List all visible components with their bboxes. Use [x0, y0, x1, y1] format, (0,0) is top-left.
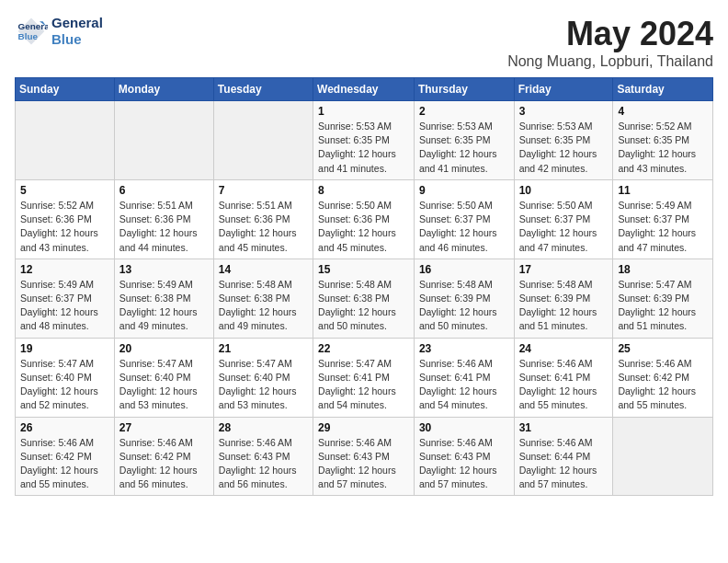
- day-info: Sunrise: 5:50 AM Sunset: 6:37 PM Dayligh…: [519, 199, 609, 255]
- calendar-cell: 17Sunrise: 5:48 AM Sunset: 6:39 PM Dayli…: [514, 259, 613, 338]
- day-info: Sunrise: 5:49 AM Sunset: 6:38 PM Dayligh…: [119, 278, 209, 334]
- day-number: 28: [219, 421, 308, 434]
- day-number: 25: [618, 342, 708, 355]
- calendar-cell: 13Sunrise: 5:49 AM Sunset: 6:38 PM Dayli…: [114, 259, 213, 338]
- logo-text-line1: General: [51, 15, 103, 31]
- day-header-saturday: Saturday: [613, 78, 713, 101]
- calendar-cell: 24Sunrise: 5:46 AM Sunset: 6:41 PM Dayli…: [514, 338, 613, 417]
- day-number: 3: [519, 105, 609, 118]
- title-block: May 2024 Nong Muang, Lopburi, Thailand: [507, 15, 713, 70]
- calendar-week-4: 19Sunrise: 5:47 AM Sunset: 6:40 PM Dayli…: [16, 338, 713, 417]
- day-info: Sunrise: 5:47 AM Sunset: 6:40 PM Dayligh…: [219, 357, 308, 413]
- day-header-sunday: Sunday: [16, 78, 115, 101]
- day-number: 8: [318, 184, 409, 197]
- day-number: 22: [318, 342, 409, 355]
- day-info: Sunrise: 5:48 AM Sunset: 6:38 PM Dayligh…: [318, 278, 409, 334]
- calendar-cell: 21Sunrise: 5:47 AM Sunset: 6:40 PM Dayli…: [213, 338, 313, 417]
- day-number: 23: [419, 342, 509, 355]
- day-info: Sunrise: 5:49 AM Sunset: 6:37 PM Dayligh…: [618, 199, 708, 255]
- calendar-cell: 14Sunrise: 5:48 AM Sunset: 6:38 PM Dayli…: [213, 259, 313, 338]
- day-info: Sunrise: 5:52 AM Sunset: 6:35 PM Dayligh…: [618, 120, 708, 176]
- day-number: 2: [419, 105, 509, 118]
- calendar-week-3: 12Sunrise: 5:49 AM Sunset: 6:37 PM Dayli…: [16, 259, 713, 338]
- day-header-monday: Monday: [114, 78, 213, 101]
- calendar-cell: 29Sunrise: 5:46 AM Sunset: 6:43 PM Dayli…: [313, 417, 415, 496]
- day-info: Sunrise: 5:49 AM Sunset: 6:37 PM Dayligh…: [20, 278, 109, 334]
- calendar-cell: 27Sunrise: 5:46 AM Sunset: 6:42 PM Dayli…: [114, 417, 213, 496]
- day-header-thursday: Thursday: [414, 78, 514, 101]
- day-header-friday: Friday: [514, 78, 613, 101]
- calendar-cell: 20Sunrise: 5:47 AM Sunset: 6:40 PM Dayli…: [114, 338, 213, 417]
- day-number: 5: [20, 184, 109, 197]
- day-info: Sunrise: 5:51 AM Sunset: 6:36 PM Dayligh…: [219, 199, 308, 255]
- day-info: Sunrise: 5:52 AM Sunset: 6:36 PM Dayligh…: [20, 199, 109, 255]
- day-number: 4: [618, 105, 708, 118]
- calendar-cell: 19Sunrise: 5:47 AM Sunset: 6:40 PM Dayli…: [16, 338, 115, 417]
- day-info: Sunrise: 5:53 AM Sunset: 6:35 PM Dayligh…: [318, 120, 409, 176]
- day-info: Sunrise: 5:47 AM Sunset: 6:40 PM Dayligh…: [119, 357, 209, 413]
- day-header-wednesday: Wednesday: [313, 78, 415, 101]
- day-number: 31: [519, 421, 609, 434]
- day-info: Sunrise: 5:46 AM Sunset: 6:42 PM Dayligh…: [618, 357, 708, 413]
- calendar-cell: 26Sunrise: 5:46 AM Sunset: 6:42 PM Dayli…: [16, 417, 115, 496]
- day-number: 9: [419, 184, 509, 197]
- day-info: Sunrise: 5:46 AM Sunset: 6:41 PM Dayligh…: [419, 357, 509, 413]
- day-number: 19: [20, 342, 109, 355]
- calendar-cell: 10Sunrise: 5:50 AM Sunset: 6:37 PM Dayli…: [514, 179, 613, 259]
- calendar-cell: 28Sunrise: 5:46 AM Sunset: 6:43 PM Dayli…: [213, 417, 313, 496]
- calendar-cell: [213, 101, 313, 180]
- svg-text:Blue: Blue: [18, 31, 39, 41]
- day-info: Sunrise: 5:50 AM Sunset: 6:36 PM Dayligh…: [318, 199, 409, 255]
- day-info: Sunrise: 5:46 AM Sunset: 6:43 PM Dayligh…: [219, 436, 308, 492]
- month-title: May 2024: [507, 15, 713, 53]
- calendar-week-2: 5Sunrise: 5:52 AM Sunset: 6:36 PM Daylig…: [16, 179, 713, 259]
- day-info: Sunrise: 5:48 AM Sunset: 6:38 PM Dayligh…: [219, 278, 308, 334]
- day-info: Sunrise: 5:53 AM Sunset: 6:35 PM Dayligh…: [519, 120, 609, 176]
- logo-icon: General Blue: [15, 15, 48, 48]
- day-number: 7: [219, 184, 308, 197]
- calendar-cell: 22Sunrise: 5:47 AM Sunset: 6:41 PM Dayli…: [313, 338, 415, 417]
- day-info: Sunrise: 5:51 AM Sunset: 6:36 PM Dayligh…: [119, 199, 209, 255]
- day-number: 24: [519, 342, 609, 355]
- location: Nong Muang, Lopburi, Thailand: [507, 53, 713, 70]
- day-info: Sunrise: 5:46 AM Sunset: 6:41 PM Dayligh…: [519, 357, 609, 413]
- logo: General Blue General Blue: [15, 15, 103, 48]
- day-number: 17: [519, 263, 609, 276]
- day-number: 13: [119, 263, 209, 276]
- day-number: 11: [618, 184, 708, 197]
- day-number: 12: [20, 263, 109, 276]
- day-number: 6: [119, 184, 209, 197]
- calendar-week-5: 26Sunrise: 5:46 AM Sunset: 6:42 PM Dayli…: [16, 417, 713, 496]
- day-number: 30: [419, 421, 509, 434]
- day-info: Sunrise: 5:46 AM Sunset: 6:44 PM Dayligh…: [519, 436, 609, 492]
- calendar-cell: 11Sunrise: 5:49 AM Sunset: 6:37 PM Dayli…: [613, 179, 713, 259]
- calendar-cell: [16, 101, 115, 180]
- day-number: 16: [419, 263, 509, 276]
- day-number: 29: [318, 421, 409, 434]
- page-header: General Blue General Blue May 2024 Nong …: [15, 15, 713, 70]
- day-number: 21: [219, 342, 308, 355]
- day-number: 27: [119, 421, 209, 434]
- calendar-cell: [613, 417, 713, 496]
- calendar-cell: 25Sunrise: 5:46 AM Sunset: 6:42 PM Dayli…: [613, 338, 713, 417]
- header-row: SundayMondayTuesdayWednesdayThursdayFrid…: [16, 78, 713, 101]
- day-number: 14: [219, 263, 308, 276]
- calendar-cell: 31Sunrise: 5:46 AM Sunset: 6:44 PM Dayli…: [514, 417, 613, 496]
- day-info: Sunrise: 5:48 AM Sunset: 6:39 PM Dayligh…: [519, 278, 609, 334]
- day-info: Sunrise: 5:47 AM Sunset: 6:39 PM Dayligh…: [618, 278, 708, 334]
- calendar-cell: 6Sunrise: 5:51 AM Sunset: 6:36 PM Daylig…: [114, 179, 213, 259]
- calendar-cell: [114, 101, 213, 180]
- calendar-cell: 7Sunrise: 5:51 AM Sunset: 6:36 PM Daylig…: [213, 179, 313, 259]
- day-number: 15: [318, 263, 409, 276]
- day-number: 1: [318, 105, 409, 118]
- day-header-tuesday: Tuesday: [213, 78, 313, 101]
- day-info: Sunrise: 5:47 AM Sunset: 6:40 PM Dayligh…: [20, 357, 109, 413]
- calendar-cell: 5Sunrise: 5:52 AM Sunset: 6:36 PM Daylig…: [16, 179, 115, 259]
- calendar-cell: 8Sunrise: 5:50 AM Sunset: 6:36 PM Daylig…: [313, 179, 415, 259]
- day-info: Sunrise: 5:46 AM Sunset: 6:42 PM Dayligh…: [119, 436, 209, 492]
- calendar-table: SundayMondayTuesdayWednesdayThursdayFrid…: [15, 77, 713, 496]
- calendar-cell: 3Sunrise: 5:53 AM Sunset: 6:35 PM Daylig…: [514, 101, 613, 180]
- day-info: Sunrise: 5:53 AM Sunset: 6:35 PM Dayligh…: [419, 120, 509, 176]
- calendar-cell: 30Sunrise: 5:46 AM Sunset: 6:43 PM Dayli…: [414, 417, 514, 496]
- calendar-cell: 16Sunrise: 5:48 AM Sunset: 6:39 PM Dayli…: [414, 259, 514, 338]
